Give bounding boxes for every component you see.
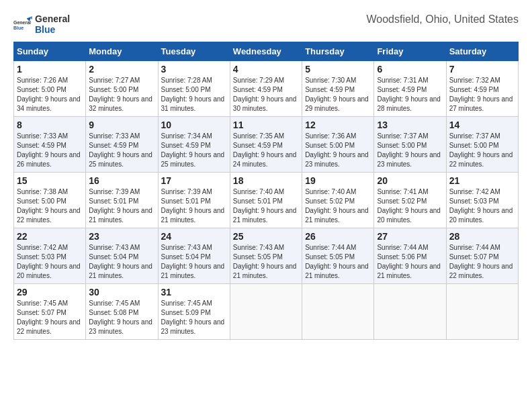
day-number: 24 xyxy=(161,231,227,242)
day-info: Sunrise: 7:31 AMSunset: 4:59 PMDaylight:… xyxy=(377,76,443,113)
day-number: 4 xyxy=(233,64,299,75)
day-number: 3 xyxy=(161,64,227,75)
calendar-cell: 5Sunrise: 7:30 AMSunset: 4:59 PMDaylight… xyxy=(302,61,374,117)
day-number: 25 xyxy=(233,231,299,242)
day-number: 15 xyxy=(17,175,83,186)
calendar-cell: 27Sunrise: 7:44 AMSunset: 5:06 PMDayligh… xyxy=(374,228,446,284)
day-number: 28 xyxy=(449,231,515,242)
column-header-friday: Friday xyxy=(374,42,446,61)
day-info: Sunrise: 7:43 AMSunset: 5:04 PMDaylight:… xyxy=(161,243,227,281)
calendar-cell: 17Sunrise: 7:39 AMSunset: 5:01 PMDayligh… xyxy=(158,173,230,228)
day-number: 22 xyxy=(17,231,83,242)
logo: General Blue General Blue xyxy=(13,13,70,35)
calendar-cell xyxy=(230,284,302,340)
calendar-cell: 3Sunrise: 7:28 AMSunset: 5:00 PMDaylight… xyxy=(158,61,230,117)
day-number: 5 xyxy=(305,64,371,75)
day-info: Sunrise: 7:39 AMSunset: 5:01 PMDaylight:… xyxy=(161,187,227,225)
day-info: Sunrise: 7:33 AMSunset: 4:59 PMDaylight:… xyxy=(17,132,83,169)
column-header-sunday: Sunday xyxy=(14,42,86,61)
column-header-wednesday: Wednesday xyxy=(230,42,302,61)
day-info: Sunrise: 7:37 AMSunset: 5:00 PMDaylight:… xyxy=(377,132,443,169)
calendar-cell: 16Sunrise: 7:39 AMSunset: 5:01 PMDayligh… xyxy=(86,173,158,228)
day-number: 31 xyxy=(161,287,227,298)
day-number: 16 xyxy=(89,175,154,186)
day-info: Sunrise: 7:30 AMSunset: 4:59 PMDaylight:… xyxy=(305,76,371,113)
calendar-cell: 13Sunrise: 7:37 AMSunset: 5:00 PMDayligh… xyxy=(374,117,446,173)
day-number: 19 xyxy=(305,175,371,186)
calendar-cell: 7Sunrise: 7:32 AMSunset: 4:59 PMDaylight… xyxy=(446,61,518,117)
calendar-cell: 19Sunrise: 7:40 AMSunset: 5:02 PMDayligh… xyxy=(302,173,374,228)
day-number: 12 xyxy=(305,120,371,130)
calendar-cell: 21Sunrise: 7:42 AMSunset: 5:03 PMDayligh… xyxy=(446,173,518,228)
calendar-cell: 20Sunrise: 7:41 AMSunset: 5:02 PMDayligh… xyxy=(374,173,446,228)
day-number: 6 xyxy=(377,64,443,75)
column-header-thursday: Thursday xyxy=(302,42,374,61)
day-info: Sunrise: 7:28 AMSunset: 5:00 PMDaylight:… xyxy=(161,76,227,113)
calendar-week-row: 8Sunrise: 7:33 AMSunset: 4:59 PMDaylight… xyxy=(14,117,519,173)
day-number: 21 xyxy=(449,175,515,186)
day-number: 30 xyxy=(89,287,154,298)
logo-bird-icon: General Blue xyxy=(13,15,32,34)
calendar-week-row: 22Sunrise: 7:42 AMSunset: 5:03 PMDayligh… xyxy=(14,228,519,284)
calendar-cell: 9Sunrise: 7:33 AMSunset: 4:59 PMDaylight… xyxy=(86,117,158,173)
day-number: 26 xyxy=(305,231,371,242)
day-info: Sunrise: 7:42 AMSunset: 5:03 PMDaylight:… xyxy=(449,187,515,225)
day-number: 18 xyxy=(233,175,299,186)
day-info: Sunrise: 7:26 AMSunset: 5:00 PMDaylight:… xyxy=(17,76,83,113)
day-info: Sunrise: 7:39 AMSunset: 5:01 PMDaylight:… xyxy=(89,187,154,225)
calendar-cell: 29Sunrise: 7:45 AMSunset: 5:07 PMDayligh… xyxy=(14,284,86,340)
day-number: 29 xyxy=(17,287,83,298)
day-info: Sunrise: 7:33 AMSunset: 4:59 PMDaylight:… xyxy=(89,132,154,169)
calendar-cell xyxy=(374,284,446,340)
svg-text:General: General xyxy=(13,20,31,25)
day-number: 10 xyxy=(161,120,227,130)
day-info: Sunrise: 7:36 AMSunset: 5:00 PMDaylight:… xyxy=(305,132,371,169)
calendar-cell: 6Sunrise: 7:31 AMSunset: 4:59 PMDaylight… xyxy=(374,61,446,117)
calendar-cell: 2Sunrise: 7:27 AMSunset: 5:00 PMDaylight… xyxy=(86,61,158,117)
day-info: Sunrise: 7:44 AMSunset: 5:06 PMDaylight:… xyxy=(377,243,443,281)
calendar-cell: 10Sunrise: 7:34 AMSunset: 4:59 PMDayligh… xyxy=(158,117,230,173)
column-header-tuesday: Tuesday xyxy=(158,42,230,61)
day-info: Sunrise: 7:40 AMSunset: 5:02 PMDaylight:… xyxy=(305,187,371,225)
day-number: 20 xyxy=(377,175,443,186)
day-info: Sunrise: 7:32 AMSunset: 4:59 PMDaylight:… xyxy=(449,76,515,113)
day-number: 7 xyxy=(449,64,515,75)
calendar-cell: 18Sunrise: 7:40 AMSunset: 5:01 PMDayligh… xyxy=(230,173,302,228)
calendar-cell: 24Sunrise: 7:43 AMSunset: 5:04 PMDayligh… xyxy=(158,228,230,284)
logo-line2: Blue xyxy=(35,24,70,35)
calendar-cell: 1Sunrise: 7:26 AMSunset: 5:00 PMDaylight… xyxy=(14,61,86,117)
calendar-cell: 15Sunrise: 7:38 AMSunset: 5:00 PMDayligh… xyxy=(14,173,86,228)
day-info: Sunrise: 7:29 AMSunset: 4:59 PMDaylight:… xyxy=(233,76,299,113)
calendar-cell xyxy=(302,284,374,340)
day-number: 1 xyxy=(17,64,83,75)
calendar-cell: 25Sunrise: 7:43 AMSunset: 5:05 PMDayligh… xyxy=(230,228,302,284)
svg-text:Blue: Blue xyxy=(13,26,24,30)
day-info: Sunrise: 7:44 AMSunset: 5:07 PMDaylight:… xyxy=(449,243,515,281)
calendar-cell: 26Sunrise: 7:44 AMSunset: 5:05 PMDayligh… xyxy=(302,228,374,284)
day-info: Sunrise: 7:43 AMSunset: 5:04 PMDaylight:… xyxy=(89,243,154,281)
calendar-cell xyxy=(446,284,518,340)
day-number: 27 xyxy=(377,231,443,242)
day-info: Sunrise: 7:41 AMSunset: 5:02 PMDaylight:… xyxy=(377,187,443,225)
day-number: 23 xyxy=(89,231,154,242)
calendar-cell: 22Sunrise: 7:42 AMSunset: 5:03 PMDayligh… xyxy=(14,228,86,284)
day-info: Sunrise: 7:35 AMSunset: 4:59 PMDaylight:… xyxy=(233,132,299,169)
day-info: Sunrise: 7:44 AMSunset: 5:05 PMDaylight:… xyxy=(305,243,371,281)
day-number: 13 xyxy=(377,120,443,130)
day-info: Sunrise: 7:43 AMSunset: 5:05 PMDaylight:… xyxy=(233,243,299,281)
day-info: Sunrise: 7:42 AMSunset: 5:03 PMDaylight:… xyxy=(17,243,83,281)
calendar-week-row: 29Sunrise: 7:45 AMSunset: 5:07 PMDayligh… xyxy=(14,284,519,340)
calendar-week-row: 15Sunrise: 7:38 AMSunset: 5:00 PMDayligh… xyxy=(14,173,519,228)
column-header-monday: Monday xyxy=(86,42,158,61)
calendar-cell: 30Sunrise: 7:45 AMSunset: 5:08 PMDayligh… xyxy=(86,284,158,340)
day-info: Sunrise: 7:34 AMSunset: 4:59 PMDaylight:… xyxy=(161,132,227,169)
column-header-saturday: Saturday xyxy=(446,42,518,61)
page-header: General Blue General Blue Woodsfield, Oh… xyxy=(13,13,519,35)
calendar-table: SundayMondayTuesdayWednesdayThursdayFrid… xyxy=(13,42,519,340)
day-number: 2 xyxy=(89,64,154,75)
day-number: 14 xyxy=(449,120,515,130)
calendar-cell: 14Sunrise: 7:37 AMSunset: 5:00 PMDayligh… xyxy=(446,117,518,173)
calendar-cell: 28Sunrise: 7:44 AMSunset: 5:07 PMDayligh… xyxy=(446,228,518,284)
calendar-cell: 11Sunrise: 7:35 AMSunset: 4:59 PMDayligh… xyxy=(230,117,302,173)
calendar-cell: 23Sunrise: 7:43 AMSunset: 5:04 PMDayligh… xyxy=(86,228,158,284)
